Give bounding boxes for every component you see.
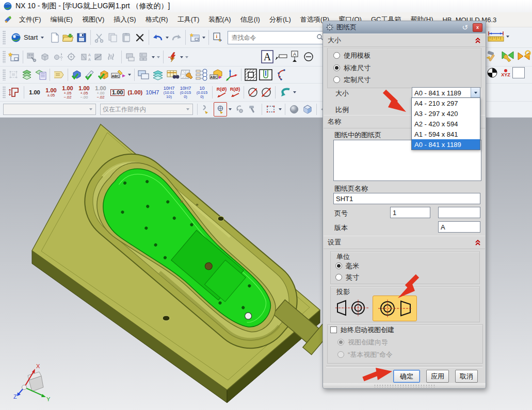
- text-annotation-icon[interactable]: A: [261, 50, 273, 63]
- save-icon[interactable]: [75, 31, 88, 44]
- diameter-symbol-2-icon[interactable]: [260, 86, 272, 99]
- shaded-cube-icon[interactable]: [301, 103, 314, 116]
- apply-button[interactable]: 应用: [426, 370, 449, 383]
- cancel-button[interactable]: 取消: [455, 370, 478, 383]
- xyz-point-icon[interactable]: XYZ: [499, 66, 512, 79]
- breakout-section-icon[interactable]: [124, 51, 137, 64]
- dialog-close-button[interactable]: x: [473, 23, 482, 32]
- selection-scope-combo[interactable]: 仅在工作部件内: [100, 104, 193, 115]
- information-books-icon[interactable]: [152, 68, 165, 81]
- value-box[interactable]: [512, 67, 525, 78]
- datum-feature-icon[interactable]: A: [289, 50, 301, 63]
- unit-mm-radio[interactable]: [335, 263, 342, 269]
- paste-icon[interactable]: [120, 31, 133, 44]
- settings-section-header[interactable]: 设置: [324, 236, 485, 249]
- layer-settings-icon[interactable]: [35, 68, 47, 81]
- menu-item-edit[interactable]: 编辑(E): [46, 13, 77, 26]
- size-combo[interactable]: A0 - 841 x 1189: [412, 87, 480, 99]
- delete-x-icon[interactable]: [134, 31, 146, 44]
- start-menu-button[interactable]: Start: [7, 31, 48, 44]
- command-search-input[interactable]: [230, 34, 316, 42]
- snap-tool-icon[interactable]: [200, 103, 213, 116]
- dim-preset-bilateral-tol[interactable]: 1.00+.05−.02: [61, 86, 74, 99]
- measure-distance-icon[interactable]: [487, 30, 505, 43]
- diameter-symbol-1-icon[interactable]: [247, 86, 259, 99]
- menu-item-tools[interactable]: 工具(T): [173, 13, 204, 26]
- new-window-caret-icon[interactable]: [202, 37, 205, 39]
- dim-preset-upper-tol[interactable]: 1.00+.05−.00: [77, 86, 91, 99]
- layers-icon[interactable]: [21, 68, 34, 81]
- dim-preset-fit-h7[interactable]: 10H7: [146, 90, 159, 95]
- redo-icon[interactable]: [170, 31, 183, 44]
- menu-item-analysis[interactable]: 分析(L): [265, 13, 296, 26]
- dialog-titlebar[interactable]: 图纸页 ↺ x: [323, 21, 486, 34]
- measure-caret-icon[interactable]: [506, 36, 509, 38]
- snap-point-enabled-icon[interactable]: [214, 102, 227, 117]
- size-option-a2[interactable]: A2 - 420 x 594: [412, 119, 480, 129]
- dim-preset-plain[interactable]: 1.00: [28, 90, 41, 95]
- page-number-input[interactable]: [390, 207, 430, 218]
- dimension-style-icon[interactable]: [8, 86, 21, 99]
- page-number-secondary-input[interactable]: [438, 207, 480, 218]
- break-view-icon[interactable]: [106, 51, 119, 64]
- dim-preset-symmetric-tol[interactable]: 1.00±.05: [44, 88, 58, 97]
- solid-check-icon[interactable]: [98, 68, 110, 81]
- always-start-view-checkbox[interactable]: [330, 326, 337, 333]
- marquee-caret-icon[interactable]: [279, 108, 282, 110]
- snap-caret-icon[interactable]: [229, 108, 232, 110]
- dim-preset-fit-tol-1[interactable]: 10H7(10.0110): [162, 86, 175, 99]
- edit-text-abc-icon[interactable]: ABC: [111, 68, 126, 81]
- bowtie-ring-orange-icon[interactable]: [517, 50, 532, 63]
- selection-filter-combo[interactable]: [3, 104, 96, 115]
- menu-item-format[interactable]: 格式(R): [141, 13, 173, 26]
- examine-geometry-check-icon[interactable]: [71, 68, 83, 81]
- menu-item-view[interactable]: 视图(V): [77, 13, 109, 26]
- display-windows-icon[interactable]: [137, 68, 151, 81]
- view-group-caret-icon[interactable]: [152, 56, 155, 58]
- open-folder-icon[interactable]: [62, 31, 74, 44]
- abc-cube-icon[interactable]: ABC: [209, 68, 224, 81]
- tool-grid-wrench-icon[interactable]: [181, 68, 194, 81]
- update-views-caret-icon[interactable]: [180, 56, 183, 58]
- menu-item-insert[interactable]: 插入(S): [109, 13, 140, 26]
- size-option-a1[interactable]: A1 - 594 x 841: [412, 129, 480, 139]
- undo-icon[interactable]: [152, 31, 164, 44]
- radial-leader-2-icon[interactable]: R(Ø): [229, 86, 241, 99]
- wrench-bowtie-green-icon[interactable]: [500, 50, 515, 63]
- transform-icon[interactable]: [8, 68, 20, 81]
- return-arrow-icon[interactable]: [278, 86, 292, 99]
- shaded-sphere-icon[interactable]: [288, 103, 300, 116]
- leader-note-icon[interactable]: [275, 50, 288, 63]
- detail-view-icon[interactable]: [66, 51, 78, 64]
- third-angle-projection-button[interactable]: [373, 296, 417, 321]
- ok-button[interactable]: 确定: [393, 370, 420, 383]
- first-angle-projection-button[interactable]: [334, 298, 369, 318]
- command-finder-info-icon[interactable]: i: [212, 31, 224, 44]
- update-views-lightning-icon[interactable]: [166, 51, 179, 64]
- new-sheet-icon[interactable]: [8, 51, 20, 64]
- spline-curve-icon[interactable]: [274, 68, 287, 81]
- verify-check-icon[interactable]: [84, 68, 96, 81]
- copy-icon[interactable]: [107, 31, 119, 44]
- sheet-name-input[interactable]: [333, 193, 480, 204]
- view-group-more-caret-icon[interactable]: [157, 56, 160, 58]
- size-combo-dropdown-button[interactable]: [471, 88, 480, 98]
- size-section-header[interactable]: 大小: [324, 34, 485, 47]
- size-option-a4[interactable]: A4 - 210 x 297: [412, 98, 480, 108]
- revision-input[interactable]: [438, 221, 480, 233]
- new-file-icon[interactable]: [49, 31, 61, 44]
- cut-scissors-icon[interactable]: [93, 31, 106, 44]
- tag-note-icon[interactable]: [53, 68, 65, 81]
- unit-inch-radio[interactable]: [335, 274, 342, 281]
- size-option-a0[interactable]: A0 - 841 x 1189: [412, 139, 480, 150]
- radial-leader-1-icon[interactable]: R(Ø): [215, 86, 228, 99]
- undo-caret-icon[interactable]: [166, 37, 169, 39]
- circle-minus-icon[interactable]: [302, 50, 315, 63]
- target-circle-icon[interactable]: [486, 66, 498, 79]
- cavity-view-icon[interactable]: [259, 68, 273, 81]
- dim-preset-reference[interactable]: (1.00): [127, 90, 142, 95]
- csys-triad-icon[interactable]: [225, 68, 238, 81]
- return-arrow-caret-icon[interactable]: [293, 91, 296, 93]
- hatched-section-icon[interactable]: [244, 68, 257, 81]
- dim-preset-basic[interactable]: 1.00: [110, 89, 124, 96]
